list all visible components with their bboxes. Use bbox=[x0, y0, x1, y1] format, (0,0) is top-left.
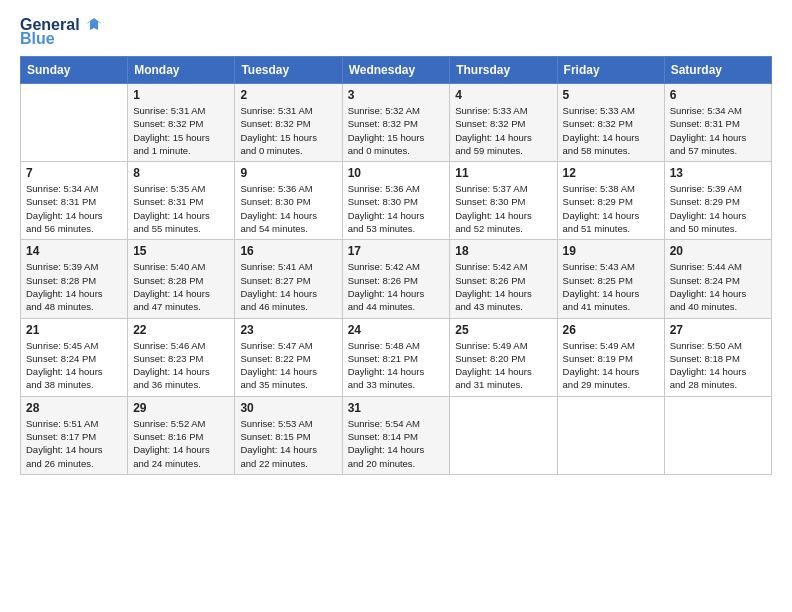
day-number: 25 bbox=[455, 323, 551, 337]
day-number: 5 bbox=[563, 88, 659, 102]
day-info: Sunrise: 5:37 AM Sunset: 8:30 PM Dayligh… bbox=[455, 182, 551, 235]
day-info: Sunrise: 5:31 AM Sunset: 8:32 PM Dayligh… bbox=[133, 104, 229, 157]
calendar-cell: 26Sunrise: 5:49 AM Sunset: 8:19 PM Dayli… bbox=[557, 318, 664, 396]
day-info: Sunrise: 5:33 AM Sunset: 8:32 PM Dayligh… bbox=[563, 104, 659, 157]
day-number: 29 bbox=[133, 401, 229, 415]
calendar-cell: 23Sunrise: 5:47 AM Sunset: 8:22 PM Dayli… bbox=[235, 318, 342, 396]
day-info: Sunrise: 5:47 AM Sunset: 8:22 PM Dayligh… bbox=[240, 339, 336, 392]
day-info: Sunrise: 5:42 AM Sunset: 8:26 PM Dayligh… bbox=[455, 260, 551, 313]
calendar-cell: 7Sunrise: 5:34 AM Sunset: 8:31 PM Daylig… bbox=[21, 162, 128, 240]
day-info: Sunrise: 5:32 AM Sunset: 8:32 PM Dayligh… bbox=[348, 104, 445, 157]
day-info: Sunrise: 5:36 AM Sunset: 8:30 PM Dayligh… bbox=[348, 182, 445, 235]
day-number: 4 bbox=[455, 88, 551, 102]
day-info: Sunrise: 5:51 AM Sunset: 8:17 PM Dayligh… bbox=[26, 417, 122, 470]
calendar-cell: 22Sunrise: 5:46 AM Sunset: 8:23 PM Dayli… bbox=[128, 318, 235, 396]
day-number: 9 bbox=[240, 166, 336, 180]
day-info: Sunrise: 5:33 AM Sunset: 8:32 PM Dayligh… bbox=[455, 104, 551, 157]
page-header: General Blue bbox=[20, 16, 772, 48]
calendar-cell: 19Sunrise: 5:43 AM Sunset: 8:25 PM Dayli… bbox=[557, 240, 664, 318]
day-info: Sunrise: 5:43 AM Sunset: 8:25 PM Dayligh… bbox=[563, 260, 659, 313]
header-saturday: Saturday bbox=[664, 57, 771, 84]
calendar-week-5: 28Sunrise: 5:51 AM Sunset: 8:17 PM Dayli… bbox=[21, 396, 772, 474]
calendar-cell: 30Sunrise: 5:53 AM Sunset: 8:15 PM Dayli… bbox=[235, 396, 342, 474]
day-number: 7 bbox=[26, 166, 122, 180]
day-number: 31 bbox=[348, 401, 445, 415]
day-info: Sunrise: 5:49 AM Sunset: 8:19 PM Dayligh… bbox=[563, 339, 659, 392]
day-info: Sunrise: 5:45 AM Sunset: 8:24 PM Dayligh… bbox=[26, 339, 122, 392]
day-number: 3 bbox=[348, 88, 445, 102]
day-number: 28 bbox=[26, 401, 122, 415]
calendar-cell: 13Sunrise: 5:39 AM Sunset: 8:29 PM Dayli… bbox=[664, 162, 771, 240]
logo-blue: Blue bbox=[20, 30, 55, 48]
calendar-week-4: 21Sunrise: 5:45 AM Sunset: 8:24 PM Dayli… bbox=[21, 318, 772, 396]
day-info: Sunrise: 5:34 AM Sunset: 8:31 PM Dayligh… bbox=[670, 104, 766, 157]
calendar-cell: 25Sunrise: 5:49 AM Sunset: 8:20 PM Dayli… bbox=[450, 318, 557, 396]
day-number: 10 bbox=[348, 166, 445, 180]
day-info: Sunrise: 5:38 AM Sunset: 8:29 PM Dayligh… bbox=[563, 182, 659, 235]
calendar-table: SundayMondayTuesdayWednesdayThursdayFrid… bbox=[20, 56, 772, 475]
calendar-cell: 2Sunrise: 5:31 AM Sunset: 8:32 PM Daylig… bbox=[235, 84, 342, 162]
day-number: 20 bbox=[670, 244, 766, 258]
calendar-cell: 10Sunrise: 5:36 AM Sunset: 8:30 PM Dayli… bbox=[342, 162, 450, 240]
day-number: 8 bbox=[133, 166, 229, 180]
calendar-cell: 6Sunrise: 5:34 AM Sunset: 8:31 PM Daylig… bbox=[664, 84, 771, 162]
day-number: 6 bbox=[670, 88, 766, 102]
day-info: Sunrise: 5:34 AM Sunset: 8:31 PM Dayligh… bbox=[26, 182, 122, 235]
calendar-cell: 20Sunrise: 5:44 AM Sunset: 8:24 PM Dayli… bbox=[664, 240, 771, 318]
day-number: 19 bbox=[563, 244, 659, 258]
calendar-cell bbox=[21, 84, 128, 162]
calendar-cell bbox=[664, 396, 771, 474]
calendar-cell: 1Sunrise: 5:31 AM Sunset: 8:32 PM Daylig… bbox=[128, 84, 235, 162]
calendar-cell: 21Sunrise: 5:45 AM Sunset: 8:24 PM Dayli… bbox=[21, 318, 128, 396]
day-info: Sunrise: 5:52 AM Sunset: 8:16 PM Dayligh… bbox=[133, 417, 229, 470]
header-wednesday: Wednesday bbox=[342, 57, 450, 84]
day-number: 30 bbox=[240, 401, 336, 415]
day-info: Sunrise: 5:46 AM Sunset: 8:23 PM Dayligh… bbox=[133, 339, 229, 392]
day-info: Sunrise: 5:48 AM Sunset: 8:21 PM Dayligh… bbox=[348, 339, 445, 392]
day-number: 18 bbox=[455, 244, 551, 258]
calendar-cell: 9Sunrise: 5:36 AM Sunset: 8:30 PM Daylig… bbox=[235, 162, 342, 240]
day-number: 27 bbox=[670, 323, 766, 337]
calendar-cell bbox=[450, 396, 557, 474]
day-number: 14 bbox=[26, 244, 122, 258]
calendar-header-row: SundayMondayTuesdayWednesdayThursdayFrid… bbox=[21, 57, 772, 84]
calendar-cell: 3Sunrise: 5:32 AM Sunset: 8:32 PM Daylig… bbox=[342, 84, 450, 162]
calendar-cell: 17Sunrise: 5:42 AM Sunset: 8:26 PM Dayli… bbox=[342, 240, 450, 318]
day-number: 22 bbox=[133, 323, 229, 337]
day-info: Sunrise: 5:35 AM Sunset: 8:31 PM Dayligh… bbox=[133, 182, 229, 235]
day-number: 12 bbox=[563, 166, 659, 180]
calendar-cell: 27Sunrise: 5:50 AM Sunset: 8:18 PM Dayli… bbox=[664, 318, 771, 396]
day-number: 24 bbox=[348, 323, 445, 337]
day-info: Sunrise: 5:54 AM Sunset: 8:14 PM Dayligh… bbox=[348, 417, 445, 470]
day-info: Sunrise: 5:42 AM Sunset: 8:26 PM Dayligh… bbox=[348, 260, 445, 313]
day-number: 11 bbox=[455, 166, 551, 180]
header-thursday: Thursday bbox=[450, 57, 557, 84]
calendar-cell: 5Sunrise: 5:33 AM Sunset: 8:32 PM Daylig… bbox=[557, 84, 664, 162]
day-info: Sunrise: 5:40 AM Sunset: 8:28 PM Dayligh… bbox=[133, 260, 229, 313]
header-sunday: Sunday bbox=[21, 57, 128, 84]
day-info: Sunrise: 5:36 AM Sunset: 8:30 PM Dayligh… bbox=[240, 182, 336, 235]
calendar-cell: 28Sunrise: 5:51 AM Sunset: 8:17 PM Dayli… bbox=[21, 396, 128, 474]
header-tuesday: Tuesday bbox=[235, 57, 342, 84]
day-info: Sunrise: 5:53 AM Sunset: 8:15 PM Dayligh… bbox=[240, 417, 336, 470]
calendar-cell: 31Sunrise: 5:54 AM Sunset: 8:14 PM Dayli… bbox=[342, 396, 450, 474]
day-info: Sunrise: 5:39 AM Sunset: 8:29 PM Dayligh… bbox=[670, 182, 766, 235]
day-number: 23 bbox=[240, 323, 336, 337]
calendar-cell: 12Sunrise: 5:38 AM Sunset: 8:29 PM Dayli… bbox=[557, 162, 664, 240]
logo-text-block: General Blue bbox=[20, 16, 104, 48]
calendar-cell bbox=[557, 396, 664, 474]
calendar-cell: 18Sunrise: 5:42 AM Sunset: 8:26 PM Dayli… bbox=[450, 240, 557, 318]
day-number: 13 bbox=[670, 166, 766, 180]
calendar-cell: 29Sunrise: 5:52 AM Sunset: 8:16 PM Dayli… bbox=[128, 396, 235, 474]
calendar-cell: 4Sunrise: 5:33 AM Sunset: 8:32 PM Daylig… bbox=[450, 84, 557, 162]
calendar-cell: 11Sunrise: 5:37 AM Sunset: 8:30 PM Dayli… bbox=[450, 162, 557, 240]
calendar-week-1: 1Sunrise: 5:31 AM Sunset: 8:32 PM Daylig… bbox=[21, 84, 772, 162]
day-info: Sunrise: 5:41 AM Sunset: 8:27 PM Dayligh… bbox=[240, 260, 336, 313]
day-info: Sunrise: 5:31 AM Sunset: 8:32 PM Dayligh… bbox=[240, 104, 336, 157]
day-number: 16 bbox=[240, 244, 336, 258]
day-info: Sunrise: 5:49 AM Sunset: 8:20 PM Dayligh… bbox=[455, 339, 551, 392]
day-number: 15 bbox=[133, 244, 229, 258]
day-number: 26 bbox=[563, 323, 659, 337]
calendar-week-3: 14Sunrise: 5:39 AM Sunset: 8:28 PM Dayli… bbox=[21, 240, 772, 318]
calendar-cell: 16Sunrise: 5:41 AM Sunset: 8:27 PM Dayli… bbox=[235, 240, 342, 318]
